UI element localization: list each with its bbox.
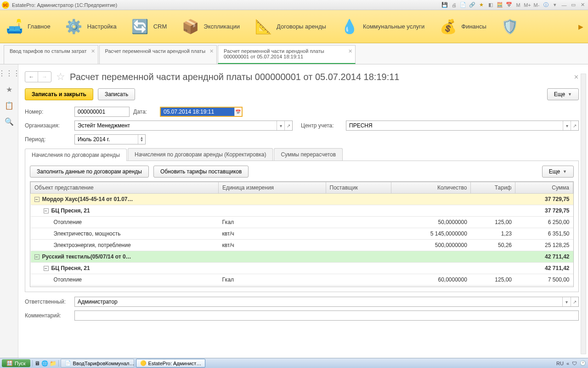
center-field[interactable]: ▾ ↗: [346, 121, 579, 131]
favorite-star-icon[interactable]: ☆: [56, 71, 65, 83]
m-button[interactable]: M: [514, 1, 522, 9]
clipboard-icon[interactable]: 📋: [5, 101, 14, 110]
open-icon[interactable]: ↗: [571, 297, 578, 306]
save-button[interactable]: Записать: [98, 88, 135, 100]
inner-tab[interactable]: Суммы перерасчетов: [274, 148, 343, 161]
info-icon[interactable]: ⓘ: [542, 1, 549, 9]
dropdown-icon[interactable]: ▾: [277, 121, 284, 130]
taskbar-item[interactable]: 🟡EstatePro: Админист…: [136, 359, 206, 368]
inner-tab[interactable]: Начисления по договорам аренды (Корректи…: [128, 148, 273, 161]
column-header[interactable]: Количество: [391, 182, 471, 194]
scrollbar[interactable]: [581, 74, 586, 354]
fill-by-contracts-button[interactable]: Заполнить данные по договорам аренды: [30, 166, 149, 178]
collapse-icon[interactable]: −: [44, 266, 49, 271]
date-field[interactable]: 📅: [160, 107, 243, 117]
org-input[interactable]: [75, 121, 277, 130]
open-icon[interactable]: ↗: [284, 121, 292, 130]
table-row[interactable]: ОтоплениеГкал60,0000000125,007 500,00: [31, 274, 573, 286]
collapse-icon[interactable]: −: [34, 254, 40, 259]
minimize-icon[interactable]: —: [560, 1, 568, 9]
table-row[interactable]: ОтоплениеГкал50,0000000125,006 250,00: [31, 217, 573, 228]
column-header[interactable]: Поставщик: [326, 182, 391, 194]
accruals-grid[interactable]: Объект представлениеЕдиница измеренияПос…: [30, 181, 574, 287]
toolbar-item[interactable]: 📦Экспликации: [181, 17, 240, 36]
tray-clock-icon[interactable]: 🕐: [580, 360, 586, 366]
toolbar-item[interactable]: 🔄CRM: [130, 17, 167, 36]
more-button[interactable]: Еще▼: [547, 88, 579, 100]
center-input[interactable]: [346, 121, 563, 130]
toolbar-item[interactable]: 💧Коммунальные услуги: [340, 17, 424, 36]
save-icon[interactable]: 💾: [441, 1, 448, 9]
nav-forward-button[interactable]: →: [38, 72, 51, 82]
nav-back-button[interactable]: ←: [25, 72, 38, 82]
tray-shield-icon[interactable]: 🛡: [572, 361, 577, 366]
document-tab[interactable]: Расчет переменной части арендной платы 0…: [218, 45, 356, 64]
toolbar-item[interactable]: 📐Договоры аренды: [254, 17, 326, 36]
doc-icon[interactable]: 📄: [459, 1, 467, 9]
link-icon[interactable]: 🔗: [469, 1, 476, 9]
column-header[interactable]: Единица измерения: [218, 182, 326, 194]
favorite-icon[interactable]: ★: [6, 85, 12, 94]
taskbar-item[interactable]: 📄ВводТарифовКоммунал…: [61, 359, 134, 368]
panel-more-button[interactable]: Еще▼: [542, 166, 574, 178]
dropdown-icon[interactable]: ▾: [551, 1, 559, 9]
table-row[interactable]: Электричество, мощностьквт/ч5 145,000000…: [31, 228, 573, 240]
period-input[interactable]: [75, 135, 138, 144]
toolbar-item[interactable]: 🛋️Главное: [5, 17, 51, 36]
column-header[interactable]: Тариф: [471, 182, 515, 194]
start-button[interactable]: 🪟 Пуск: [2, 359, 30, 367]
period-field[interactable]: ▲▼: [74, 134, 146, 144]
dropdown-icon[interactable]: ▾: [563, 121, 571, 130]
number-input[interactable]: [75, 107, 129, 116]
responsible-input[interactable]: [75, 297, 562, 306]
collapse-icon[interactable]: −: [44, 208, 49, 213]
document-tab[interactable]: Ввод тарифов по статьям затрат✕: [4, 45, 98, 64]
responsible-field[interactable]: ▾ ↗: [74, 297, 579, 307]
comment-input[interactable]: [75, 311, 578, 320]
org-field[interactable]: ▾ ↗: [74, 121, 293, 131]
close-icon[interactable]: ✕: [579, 1, 586, 9]
m-plus-button[interactable]: M+: [524, 1, 531, 9]
table-row[interactable]: −Русский текстиль(05/07/14 от 0…42 711,4…: [31, 251, 573, 263]
table-row[interactable]: −БЦ Пресня, 2142 711,42: [31, 263, 573, 274]
tray-arrow-icon[interactable]: «: [566, 361, 569, 366]
toolbar-item[interactable]: 💰Финансы: [438, 17, 486, 36]
calc-icon[interactable]: 🧮: [496, 1, 503, 9]
apps-icon[interactable]: ⋮⋮⋮: [0, 69, 20, 78]
app-icon[interactable]: ◧: [487, 1, 494, 9]
tab-close-icon[interactable]: ✕: [91, 48, 95, 54]
lang-indicator[interactable]: RU: [556, 361, 564, 366]
column-header[interactable]: Сумма: [515, 182, 573, 194]
close-document-button[interactable]: ✕: [574, 74, 579, 80]
collapse-icon[interactable]: −: [34, 197, 40, 202]
comment-field[interactable]: [74, 310, 579, 321]
save-and-close-button[interactable]: Записать и закрыть: [25, 88, 93, 100]
inner-tab[interactable]: Начисления по договорам аренды: [25, 149, 127, 161]
table-row[interactable]: −Мордор Хаус(145-45-14 от 01.07…37 729,7…: [31, 194, 573, 205]
star-icon[interactable]: ★: [478, 1, 485, 9]
maximize-icon[interactable]: ▭: [570, 1, 577, 9]
toolbar-more-arrow[interactable]: ▶: [578, 23, 583, 30]
search-icon[interactable]: 🔍: [5, 117, 14, 126]
number-field[interactable]: [74, 107, 130, 117]
calendar-picker-icon[interactable]: 📅: [234, 108, 242, 116]
table-row[interactable]: Электроэнергия, потреблениеквт/ч500,0000…: [31, 240, 573, 251]
tab-close-icon[interactable]: ✕: [348, 48, 352, 54]
date-input[interactable]: [161, 108, 234, 116]
toolbar-shield[interactable]: 🛡️: [500, 17, 520, 36]
print-icon[interactable]: 🖨: [450, 1, 458, 9]
update-tariffs-button[interactable]: Обновить тарифы поставщиков: [153, 166, 249, 178]
spinner-icon[interactable]: ▲▼: [138, 135, 145, 144]
desktop-icon[interactable]: 🖥: [34, 360, 40, 367]
dropdown-icon[interactable]: ▾: [562, 297, 570, 306]
explorer-icon[interactable]: 📁: [50, 360, 57, 367]
open-icon[interactable]: ↗: [571, 121, 578, 130]
toolbar-item[interactable]: ⚙️Настройка: [64, 17, 117, 36]
document-tab[interactable]: Расчет переменной части арендной платы✕: [99, 45, 217, 64]
tab-close-icon[interactable]: ✕: [209, 48, 214, 54]
calendar-icon[interactable]: 📅: [505, 1, 513, 9]
ie-icon[interactable]: 🌐: [41, 360, 48, 367]
column-header[interactable]: Объект представление: [31, 182, 219, 194]
table-row[interactable]: −БЦ Пресня, 2137 729,75: [31, 205, 573, 217]
m-minus-button[interactable]: M-: [533, 1, 540, 9]
